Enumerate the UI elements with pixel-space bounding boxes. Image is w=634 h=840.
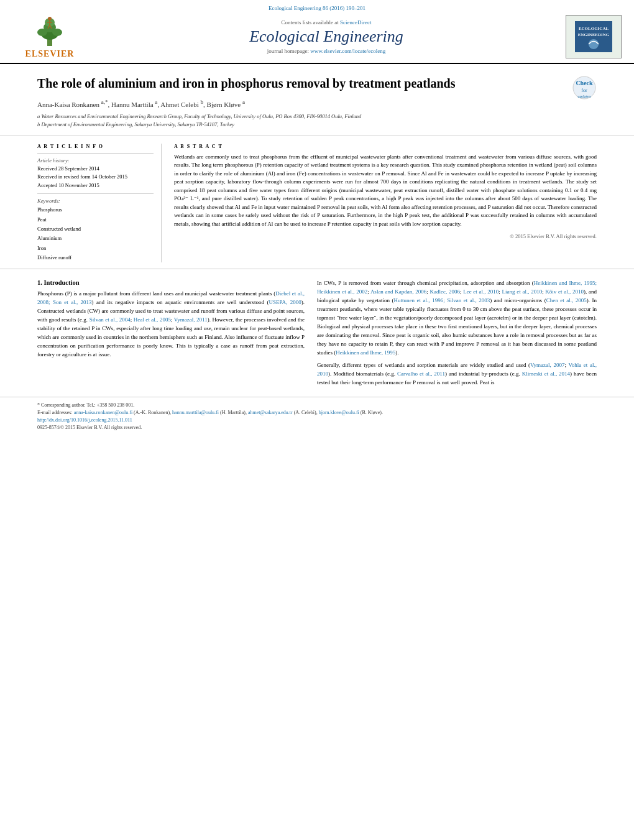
accepted-date: Accepted 10 November 2015 (37, 182, 154, 190)
ref-koiv[interactable]: Kõiv et al., 2010 (545, 288, 584, 295)
divider-1 (37, 153, 154, 154)
authors-line: Anna-Kaisa Ronkanen a,*, Hannu Marttila … (37, 99, 597, 108)
ref-lee[interactable]: Lee et al., 2010 (463, 288, 498, 295)
history-label: Article history: (37, 157, 154, 164)
keyword-2: Peat (37, 215, 154, 224)
affiliation-b: b Department of Environmental Engineerin… (37, 121, 597, 127)
doi-link[interactable]: http://dx.doi.org/10.1016/j.ecoleng.2015… (37, 417, 132, 423)
elsevier-logo: ELSEVIER (12, 14, 87, 59)
ref-usepa[interactable]: USEPA, 2000 (269, 299, 301, 305)
ref-liang[interactable]: Liang et al., 2010 (502, 288, 543, 295)
issn-row: 0925-8574/© 2015 Elsevier B.V. All right… (37, 425, 597, 430)
keyword-6: Diffusive runoff (37, 253, 154, 262)
ref-carvalho[interactable]: Carvalho et al., 2011 (397, 371, 445, 377)
journal-reference: Ecological Engineering 86 (2016) 190–201 (12, 5, 622, 11)
email2-link[interactable]: hannu.marttila@oulu.fi (172, 410, 219, 415)
divider-2 (37, 193, 154, 194)
journal-title: Ecological Engineering (87, 27, 566, 46)
intro-text-right-2: Generally, different types of wetlands a… (317, 361, 597, 387)
abstract-title: A B S T R A C T (174, 144, 597, 149)
svg-text:for: for (581, 88, 587, 93)
corresponding-note: * Corresponding author. Tel.: +358 500 2… (37, 402, 597, 408)
ref-huttunen[interactable]: Huttunen et al., 1996; Silvan et al., 20… (394, 297, 490, 303)
ref-heikkinen2[interactable]: Heikkinen and Ihme, 1995 (336, 349, 395, 356)
page: Ecological Engineering 86 (2016) 190–201 (0, 0, 634, 840)
revised-date: Received in revised form 14 October 2015 (37, 173, 154, 182)
svg-text:Check: Check (576, 80, 593, 86)
contents-line: Contents lists available at ScienceDirec… (87, 19, 566, 25)
svg-text:ENGINEERING: ENGINEERING (578, 32, 610, 37)
elsevier-tree-icon (25, 14, 75, 48)
abstract-text: Wetlands are commonly used to treat phos… (174, 153, 597, 229)
article-footer: * Corresponding author. Tel.: +358 500 2… (0, 397, 634, 436)
right-column: In CWs, P is removed from water through … (317, 279, 597, 390)
ee-logo: ECOLOGICAL ENGINEERING (566, 15, 622, 58)
journal-center: Contents lists available at ScienceDirec… (87, 19, 566, 54)
svg-point-4 (52, 29, 62, 36)
sciencedirect-link[interactable]: ScienceDirect (340, 19, 371, 25)
svg-text:ECOLOGICAL: ECOLOGICAL (579, 26, 609, 31)
article-info-abstract: A R T I C L E I N F O Article history: R… (0, 136, 634, 270)
keywords-list: Phosphorus Peat Constructed wetland Alum… (37, 205, 154, 262)
crossmark-badge: Check for updates (572, 75, 597, 100)
main-content: 1. Introduction Phosphorus (P) is a majo… (0, 269, 634, 397)
ee-logo-icon: ECOLOGICAL ENGINEERING (575, 21, 612, 52)
svg-point-6 (48, 17, 52, 21)
abstract-section: A B S T R A C T Wetlands are commonly us… (174, 144, 597, 263)
ref-heal[interactable]: Heal et al., 2005 (134, 316, 171, 323)
section-1-title: 1. Introduction (37, 279, 305, 286)
email1-link[interactable]: anna-kaisa.ronkanen@oulu.fi (74, 410, 132, 415)
keyword-5: Iron (37, 244, 154, 253)
ref-kadlec[interactable]: Kadlec, 2006 (430, 288, 459, 295)
journal-header: Ecological Engineering 86 (2016) 190–201 (0, 0, 634, 64)
email3-link[interactable]: ahmet@sakarya.edu.tr (248, 410, 293, 415)
ref-diebel[interactable]: Diebel et al., 2008; Son et al., 2013 (37, 290, 305, 305)
email4-link[interactable]: bjorn.klove@oulu.fi (319, 410, 359, 415)
homepage-link[interactable]: www.elsevier.com/locate/ecoleng (310, 48, 385, 54)
svg-point-14 (589, 39, 599, 49)
copyright-line: © 2015 Elsevier B.V. All rights reserved… (174, 233, 597, 239)
homepage-line: journal homepage: www.elsevier.com/locat… (87, 48, 566, 54)
doi-row: http://dx.doi.org/10.1016/j.ecoleng.2015… (37, 417, 597, 423)
article-header: Check for updates The role of aluminium … (0, 64, 634, 136)
intro-text-left: Phosphorus (P) is a major pollutant from… (37, 290, 305, 359)
ref-klimeski[interactable]: Klimeski et al., 2014 (522, 371, 570, 377)
received-date: Received 28 September 2014 (37, 165, 154, 173)
affiliation-a: a Water Resources and Environmental Engi… (37, 113, 597, 119)
elsevier-wordmark: ELSEVIER (25, 49, 75, 59)
svg-text:updates: updates (577, 94, 591, 99)
keyword-1: Phosphorus (37, 205, 154, 215)
left-column: 1. Introduction Phosphorus (P) is a majo… (37, 279, 305, 390)
article-info-panel: A R T I C L E I N F O Article history: R… (37, 144, 162, 263)
keyword-3: Constructed wetland (37, 224, 154, 234)
svg-point-3 (37, 29, 47, 36)
ref-vymazal2[interactable]: Vymazal, 2007 (530, 362, 564, 368)
keyword-4: Aluminium (37, 234, 154, 243)
keywords-label: Keywords: (37, 198, 154, 204)
ref-chen[interactable]: Chen et al., 2005 (546, 297, 587, 303)
intro-text-right-1: In CWs, P is removed from water through … (317, 279, 597, 357)
email-row: E-mail addresses: anna-kaisa.ronkanen@ou… (37, 410, 597, 415)
email-label: E-mail addresses: (37, 410, 73, 415)
article-info-title: A R T I C L E I N F O (37, 144, 154, 149)
article-title: The role of aluminium and iron in phosph… (37, 75, 597, 91)
ref-vymazal[interactable]: Vymazal, 2011 (174, 316, 208, 323)
author-names: Anna-Kaisa Ronkanen a,*, Hannu Marttila … (37, 101, 245, 108)
ref-aslan[interactable]: Aslan and Kapdan, 2006 (370, 288, 426, 295)
ref-silvan[interactable]: Silvan et al., 2004 (90, 316, 131, 323)
